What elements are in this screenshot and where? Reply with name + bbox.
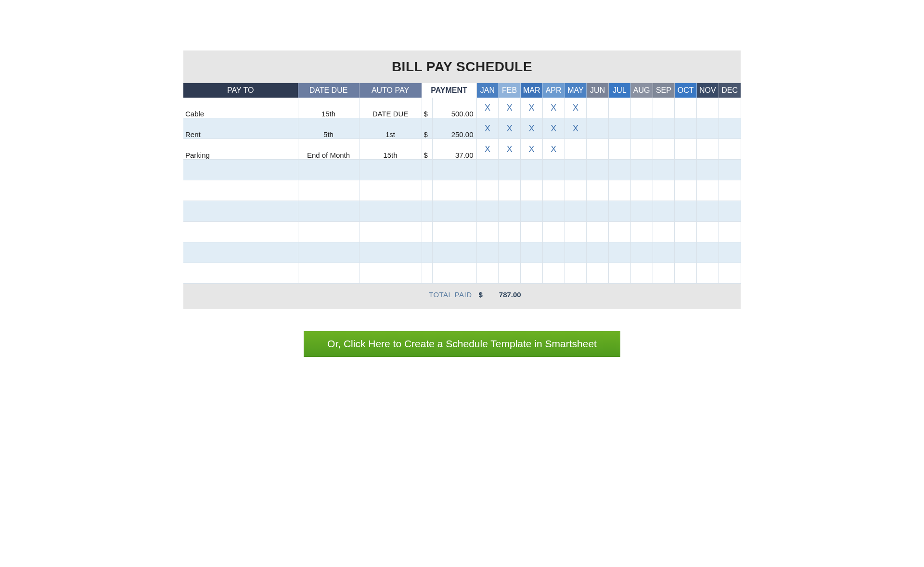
cell-month-jun[interactable]	[587, 242, 609, 263]
cell-month-aug[interactable]	[630, 98, 653, 118]
cell-month-jan[interactable]	[476, 201, 499, 222]
cell-month-aug[interactable]	[630, 222, 653, 242]
cell-month-dec[interactable]	[719, 139, 741, 160]
cell-auto-pay[interactable]: DATE DUE	[359, 98, 422, 118]
cell-amount[interactable]: 37.00	[432, 139, 476, 160]
cell-month-aug[interactable]	[630, 160, 653, 180]
cell-month-apr[interactable]: X	[542, 98, 565, 118]
cell-auto-pay[interactable]	[359, 222, 422, 242]
cell-month-jun[interactable]	[587, 118, 609, 139]
cell-month-feb[interactable]	[499, 242, 521, 263]
cell-month-sep[interactable]	[653, 118, 675, 139]
cell-date-due[interactable]: End of Month	[298, 139, 359, 160]
cell-month-jan[interactable]	[476, 222, 499, 242]
cell-month-jun[interactable]	[587, 201, 609, 222]
cell-pay-to[interactable]: Parking	[183, 139, 298, 160]
cell-month-feb[interactable]: X	[499, 118, 521, 139]
cell-auto-pay[interactable]	[359, 201, 422, 222]
cell-month-mar[interactable]	[521, 180, 543, 201]
cell-month-nov[interactable]	[697, 263, 719, 284]
cell-month-sep[interactable]	[653, 98, 675, 118]
cell-pay-to[interactable]	[183, 242, 298, 263]
cell-month-nov[interactable]	[697, 160, 719, 180]
cell-month-mar[interactable]: X	[521, 139, 543, 160]
cell-month-jul[interactable]	[609, 180, 631, 201]
cell-month-mar[interactable]	[521, 263, 543, 284]
cell-month-mar[interactable]	[521, 242, 543, 263]
cell-month-nov[interactable]	[697, 118, 719, 139]
cell-month-may[interactable]	[565, 160, 587, 180]
cell-month-oct[interactable]	[675, 180, 697, 201]
cell-amount[interactable]	[432, 180, 476, 201]
cell-month-sep[interactable]	[653, 222, 675, 242]
cell-month-jan[interactable]	[476, 242, 499, 263]
cell-month-mar[interactable]: X	[521, 118, 543, 139]
cell-month-oct[interactable]	[675, 201, 697, 222]
cell-pay-to[interactable]: Rent	[183, 118, 298, 139]
cell-month-apr[interactable]: X	[542, 118, 565, 139]
cell-date-due[interactable]	[298, 180, 359, 201]
cell-month-nov[interactable]	[697, 242, 719, 263]
cell-amount[interactable]	[432, 222, 476, 242]
cell-month-apr[interactable]	[542, 263, 565, 284]
cell-month-jan[interactable]	[476, 180, 499, 201]
cell-month-dec[interactable]	[719, 160, 741, 180]
cell-pay-to[interactable]: Cable	[183, 98, 298, 118]
cell-month-may[interactable]	[565, 139, 587, 160]
cell-pay-to[interactable]	[183, 263, 298, 284]
cell-month-dec[interactable]	[719, 98, 741, 118]
cell-month-oct[interactable]	[675, 118, 697, 139]
cell-month-feb[interactable]	[499, 201, 521, 222]
cell-month-dec[interactable]	[719, 263, 741, 284]
cell-month-may[interactable]: X	[565, 98, 587, 118]
cell-month-dec[interactable]	[719, 222, 741, 242]
cell-month-jan[interactable]	[476, 160, 499, 180]
cell-date-due[interactable]: 5th	[298, 118, 359, 139]
cell-pay-to[interactable]	[183, 201, 298, 222]
cell-month-jun[interactable]	[587, 98, 609, 118]
cell-month-may[interactable]	[565, 222, 587, 242]
cell-month-sep[interactable]	[653, 160, 675, 180]
cell-month-oct[interactable]	[675, 160, 697, 180]
cell-month-aug[interactable]	[630, 180, 653, 201]
cell-month-jan[interactable]: X	[476, 118, 499, 139]
cell-month-jun[interactable]	[587, 160, 609, 180]
cell-month-may[interactable]	[565, 263, 587, 284]
cell-month-mar[interactable]	[521, 222, 543, 242]
cell-month-oct[interactable]	[675, 139, 697, 160]
cell-month-dec[interactable]	[719, 201, 741, 222]
cell-month-aug[interactable]	[630, 263, 653, 284]
cell-month-feb[interactable]: X	[499, 98, 521, 118]
cell-month-feb[interactable]	[499, 263, 521, 284]
cell-auto-pay[interactable]: 1st	[359, 118, 422, 139]
cell-month-aug[interactable]	[630, 201, 653, 222]
cell-month-feb[interactable]	[499, 180, 521, 201]
cell-month-aug[interactable]	[630, 139, 653, 160]
cell-month-mar[interactable]	[521, 201, 543, 222]
cell-month-dec[interactable]	[719, 242, 741, 263]
cell-pay-to[interactable]	[183, 160, 298, 180]
cell-date-due[interactable]	[298, 242, 359, 263]
cell-month-jun[interactable]	[587, 222, 609, 242]
cell-month-oct[interactable]	[675, 98, 697, 118]
cell-month-sep[interactable]	[653, 242, 675, 263]
cell-amount[interactable]	[432, 201, 476, 222]
cell-amount[interactable]	[432, 160, 476, 180]
cell-month-jul[interactable]	[609, 160, 631, 180]
cell-month-feb[interactable]: X	[499, 139, 521, 160]
cell-month-apr[interactable]	[542, 201, 565, 222]
cell-month-jul[interactable]	[609, 222, 631, 242]
cell-month-oct[interactable]	[675, 222, 697, 242]
cell-date-due[interactable]	[298, 222, 359, 242]
cell-auto-pay[interactable]	[359, 242, 422, 263]
create-smartsheet-button[interactable]: Or, Click Here to Create a Schedule Temp…	[304, 331, 620, 357]
cell-amount[interactable]: 250.00	[432, 118, 476, 139]
cell-month-dec[interactable]	[719, 118, 741, 139]
cell-month-jan[interactable]	[476, 263, 499, 284]
cell-month-jan[interactable]: X	[476, 98, 499, 118]
cell-month-may[interactable]	[565, 180, 587, 201]
cell-date-due[interactable]	[298, 201, 359, 222]
cell-month-mar[interactable]: X	[521, 98, 543, 118]
cell-month-apr[interactable]	[542, 160, 565, 180]
cell-month-jun[interactable]	[587, 180, 609, 201]
